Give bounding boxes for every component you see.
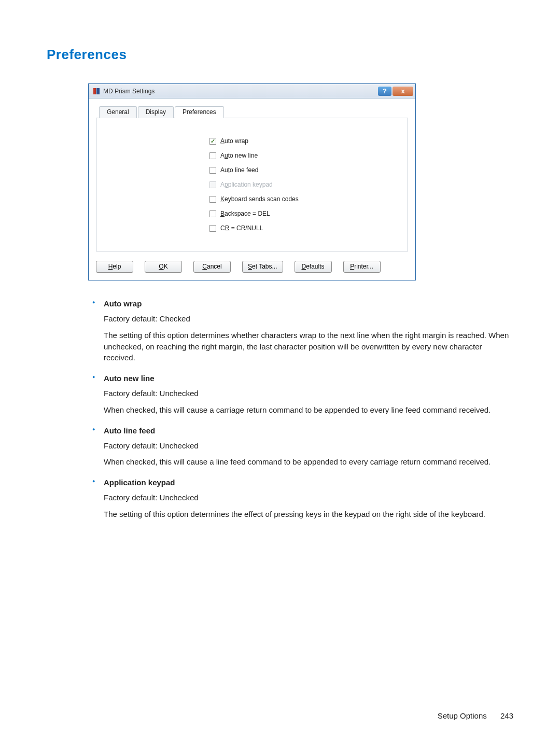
checkbox-label: Auto line feed: [220, 166, 258, 174]
checkbox-label: Application keypad: [220, 181, 273, 188]
doc-description: When checked, this will cause a line fee…: [104, 456, 513, 468]
checkbox-row: Auto line feed: [209, 163, 397, 177]
doc-default: Factory default: Unchecked: [104, 492, 513, 503]
dialog-title: MD Prism Settings: [103, 88, 378, 95]
doc-item: Auto new lineFactory default: UncheckedW…: [104, 374, 513, 416]
page-heading: Preferences: [47, 47, 513, 63]
doc-item: Auto line feedFactory default: Unchecked…: [104, 426, 513, 468]
close-title-button[interactable]: x: [393, 87, 413, 96]
tab-general[interactable]: General: [99, 106, 137, 118]
doc-description: The setting of this option determines wh…: [104, 330, 513, 363]
svg-rect-1: [96, 88, 100, 94]
doc-default: Factory default: Unchecked: [104, 440, 513, 452]
ok-button[interactable]: OK: [145, 261, 182, 273]
tab-display[interactable]: Display: [138, 106, 174, 118]
footer-section: Setup Options: [438, 711, 487, 720]
checkbox[interactable]: [209, 167, 216, 174]
printer-button[interactable]: Printer...: [343, 261, 381, 273]
help-title-button[interactable]: ?: [378, 87, 391, 96]
checkbox: [209, 181, 216, 188]
checkbox[interactable]: [209, 225, 216, 232]
doc-item: Application keypadFactory default: Unche…: [104, 478, 513, 520]
footer-page-number: 243: [500, 711, 513, 720]
help-button[interactable]: Help: [96, 261, 133, 273]
checkbox-label: CR = CR/NULL: [220, 224, 263, 232]
doc-term: Auto wrap: [104, 299, 142, 308]
checkbox-label: Auto new line: [220, 152, 258, 159]
doc-default: Factory default: Unchecked: [104, 388, 513, 399]
doc-term: Auto new line: [104, 374, 155, 383]
settings-dialog: MD Prism Settings ? x General Display Pr…: [88, 83, 416, 280]
checkbox-row: Application keypad: [209, 177, 397, 192]
doc-item: Auto wrapFactory default: CheckedThe set…: [104, 299, 513, 363]
checkbox-label: Keyboard sends scan codes: [220, 195, 299, 203]
checkbox-row: CR = CR/NULL: [209, 221, 397, 235]
documentation-list: Auto wrapFactory default: CheckedThe set…: [47, 299, 513, 520]
tab-panel-preferences: Auto wrapAuto new lineAuto line feedAppl…: [96, 118, 408, 251]
checkbox-label: Auto wrap: [220, 137, 248, 145]
checkbox[interactable]: [209, 210, 216, 217]
app-icon: [93, 88, 100, 95]
checkbox-row: Auto new line: [209, 148, 397, 163]
checkbox[interactable]: [209, 152, 216, 159]
cancel-button[interactable]: Cancel: [193, 261, 231, 273]
checkbox-row: Auto wrap: [209, 134, 397, 148]
svg-rect-0: [93, 88, 96, 94]
checkbox[interactable]: [209, 196, 216, 203]
tab-preferences[interactable]: Preferences: [175, 106, 224, 118]
checkbox-label: Backspace = DEL: [220, 210, 270, 217]
doc-default: Factory default: Checked: [104, 313, 513, 325]
doc-description: When checked, this will cause a carriage…: [104, 404, 513, 416]
doc-description: The setting of this option determines th…: [104, 509, 513, 520]
checkbox-row: Keyboard sends scan codes: [209, 192, 397, 206]
dialog-titlebar: MD Prism Settings ? x: [89, 84, 415, 99]
checkbox[interactable]: [209, 138, 216, 145]
checkbox-row: Backspace = DEL: [209, 206, 397, 221]
doc-term: Auto line feed: [104, 426, 155, 435]
page-footer: Setup Options 243: [438, 711, 513, 720]
set-tabs-button[interactable]: Set Tabs...: [242, 261, 283, 273]
doc-term: Application keypad: [104, 478, 175, 487]
defaults-button[interactable]: Defaults: [295, 261, 332, 273]
tab-row: General Display Preferences: [96, 106, 408, 118]
